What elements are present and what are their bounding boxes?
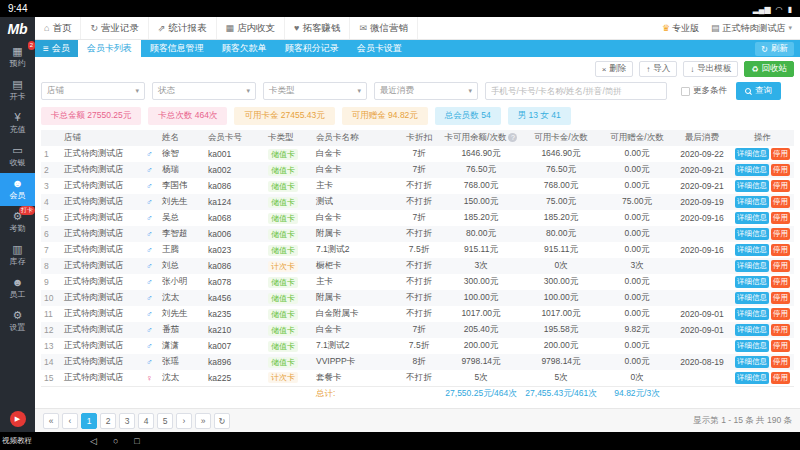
nav-item-reports[interactable]: ⇗统计报表: [149, 17, 217, 39]
sidebar-item-settings[interactable]: ⚙设置: [0, 305, 35, 338]
detail-button[interactable]: 详细信息: [735, 180, 769, 192]
cell-balance: 300.00元: [441, 274, 521, 290]
page-last-button[interactable]: »: [195, 413, 211, 429]
sidebar-item-appointment[interactable]: ▦2预约: [0, 41, 35, 74]
stop-button[interactable]: 停用: [771, 276, 790, 288]
stop-button[interactable]: 停用: [771, 228, 790, 240]
cell-name: 刘总: [159, 258, 205, 274]
cell-card-type: 储值卡: [265, 274, 313, 290]
nav-item-store-finance[interactable]: ▦店内收支: [217, 17, 286, 39]
page-refresh-button[interactable]: ↻: [214, 413, 230, 429]
recent-icon[interactable]: □: [134, 436, 139, 446]
module-menu[interactable]: ≡会员: [35, 40, 78, 57]
cell-balance: 185.20元: [441, 210, 521, 226]
tab-customer-info[interactable]: 顾客信息管理: [141, 40, 213, 57]
stop-button[interactable]: 停用: [771, 244, 790, 256]
tab-customer-arrears[interactable]: 顾客欠款单: [213, 40, 276, 57]
page-first-button[interactable]: «: [43, 413, 59, 429]
filter-select-recent-consume[interactable]: 最近消费▾: [374, 82, 478, 100]
cell-discount: 不打折: [397, 194, 441, 210]
back-icon[interactable]: ◁: [90, 436, 97, 446]
detail-button[interactable]: 详细信息: [735, 244, 769, 256]
sidebar-item-label: 员工: [0, 289, 35, 300]
detail-button[interactable]: 详细信息: [735, 340, 769, 352]
tab-member-card-settings[interactable]: 会员卡设置: [348, 40, 411, 57]
more-conditions[interactable]: 更多条件: [681, 85, 727, 97]
cell-last-consume: 2020-09-21: [673, 162, 731, 178]
stop-button[interactable]: 停用: [771, 212, 790, 224]
page-button-2[interactable]: 2: [100, 413, 116, 429]
import-icon: ↑: [646, 65, 650, 74]
recycle-bin-button[interactable]: ♻回收站: [744, 61, 794, 77]
refresh-wrap: ↻刷新: [755, 40, 800, 57]
nav-item-business-records[interactable]: ↻营业记录: [81, 17, 149, 39]
sidebar-item-staff[interactable]: ☻员工: [0, 272, 35, 305]
detail-button[interactable]: 详细信息: [735, 372, 769, 384]
sidebar-item-member[interactable]: ☻会员: [0, 173, 35, 206]
page-button-1[interactable]: 1: [81, 413, 97, 429]
sidebar-item-open-card[interactable]: ▤开卡: [0, 74, 35, 107]
stop-button[interactable]: 停用: [771, 164, 790, 176]
help-icon[interactable]: ?: [508, 133, 517, 142]
sidebar-item-label: 预约: [0, 58, 35, 69]
column-header: [41, 130, 61, 146]
import-button[interactable]: ↑导入: [639, 61, 677, 77]
store-selector[interactable]: ▤正式特肉测试店▾: [711, 22, 792, 35]
detail-button[interactable]: 详细信息: [735, 228, 769, 240]
table-row: 9正式特肉测试店♂张小明ka078储值卡主卡不打折300.00元300.00元0…: [41, 274, 794, 290]
nav-item-get-customers[interactable]: ♥拓客赚钱: [285, 17, 350, 39]
page-button-4[interactable]: 4: [138, 413, 154, 429]
detail-button[interactable]: 详细信息: [735, 196, 769, 208]
filter-select-card-type[interactable]: 卡类型▾: [263, 82, 367, 100]
stop-button[interactable]: 停用: [771, 308, 790, 320]
summary-badge-2: 可用卡金 27455.43元: [234, 107, 334, 125]
page-next-button[interactable]: ›: [176, 413, 192, 429]
stop-button[interactable]: 停用: [771, 340, 790, 352]
tab-member-card-list[interactable]: 会员卡列表: [78, 40, 141, 57]
stop-button[interactable]: 停用: [771, 180, 790, 192]
stop-button[interactable]: 停用: [771, 292, 790, 304]
search-input[interactable]: [485, 82, 667, 100]
stop-button[interactable]: 停用: [771, 148, 790, 160]
detail-button[interactable]: 详细信息: [735, 148, 769, 160]
detail-button[interactable]: 详细信息: [735, 324, 769, 336]
stop-button[interactable]: 停用: [771, 356, 790, 368]
sidebar-item-recharge[interactable]: ¥充值: [0, 107, 35, 140]
filter-select-status[interactable]: 状态▾: [152, 82, 256, 100]
cell-last-consume: 2020-09-22: [673, 146, 731, 162]
nav-item-home[interactable]: ⌂首页: [35, 17, 81, 39]
detail-button[interactable]: 详细信息: [735, 356, 769, 368]
page-prev-button[interactable]: ‹: [62, 413, 78, 429]
refresh-button[interactable]: ↻刷新: [755, 42, 794, 56]
stop-button[interactable]: 停用: [771, 196, 790, 208]
sidebar-item-cashier[interactable]: ▭收银: [0, 140, 35, 173]
page-button-5[interactable]: 5: [157, 413, 173, 429]
search-button[interactable]: 查询: [736, 82, 781, 100]
cell-card-no: ka007: [205, 338, 265, 354]
detail-button[interactable]: 详细信息: [735, 308, 769, 320]
nav-item-wechat-marketing[interactable]: ✉微信营销: [350, 17, 418, 39]
cell-card-amount: 185.20元: [521, 210, 601, 226]
video-tutorial-button[interactable]: ▶: [10, 411, 26, 427]
menu-icon: ≡: [43, 43, 49, 54]
stop-button[interactable]: 停用: [771, 372, 790, 384]
sidebar-item-attendance[interactable]: ⚙打卡考勤: [0, 206, 35, 239]
member-card-table: 店铺姓名会员卡号卡类型会员卡名称卡折扣卡可用余额/次数?可用卡金/次数可用赠金/…: [41, 130, 794, 402]
page-button-3[interactable]: 3: [119, 413, 135, 429]
detail-button[interactable]: 详细信息: [735, 276, 769, 288]
detail-button[interactable]: 详细信息: [735, 164, 769, 176]
delete-button[interactable]: ×删除: [595, 61, 634, 77]
signal-icon: ▂▄▆: [753, 5, 771, 14]
detail-button[interactable]: 详细信息: [735, 212, 769, 224]
tab-customer-points[interactable]: 顾客积分记录: [276, 40, 348, 57]
stop-button[interactable]: 停用: [771, 260, 790, 272]
filter-select-store[interactable]: 店铺▾: [41, 82, 145, 100]
detail-button[interactable]: 详细信息: [735, 260, 769, 272]
more-conditions-checkbox[interactable]: [681, 87, 690, 96]
home-circle-icon[interactable]: ○: [113, 436, 118, 446]
detail-button[interactable]: 详细信息: [735, 292, 769, 304]
export-template-button[interactable]: ↓导出模板: [683, 61, 738, 77]
sidebar-item-inventory[interactable]: ▥库存: [0, 239, 35, 272]
cell-balance: 205.40元: [441, 322, 521, 338]
stop-button[interactable]: 停用: [771, 324, 790, 336]
